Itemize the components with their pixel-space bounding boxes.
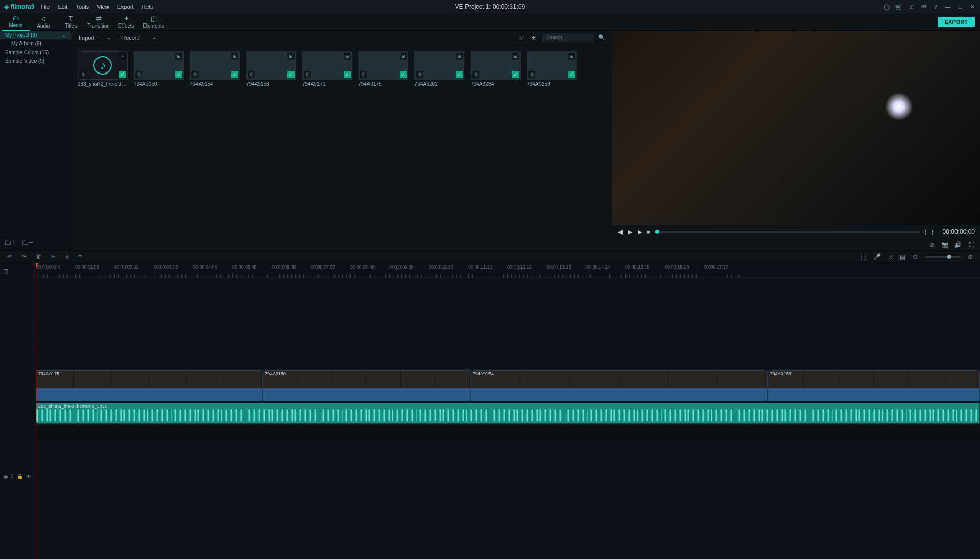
tab-titles[interactable]: TTitles [57,13,85,31]
clip-name: 794A9259 [527,81,577,87]
clip-name: 283_short2_the-old-cine... [78,81,128,87]
zoom-in-icon[interactable]: ⊕ [968,253,973,260]
stop-button[interactable]: ■ [647,229,650,235]
tab-elements[interactable]: ◫Elements [140,13,167,31]
search-input[interactable] [542,33,593,42]
timeline: ◫ ▣3🔓👁 ▣2🔓👁 ▣1🔓👁 ♫1🔓🔊 00:00:00:0000:00:0… [0,263,980,559]
redo-button[interactable]: ↷ [21,253,27,260]
media-clip[interactable]: ⊞⎘✓794A9158 [246,51,296,87]
tab-transition[interactable]: ⇄Transition [85,13,112,31]
tab-media[interactable]: 🗁Media [2,13,30,31]
video-clip[interactable]: 794A9175 [36,370,262,401]
timeline-ruler[interactable]: 00:00:00:0000:00:01:0100:00:02:0200:00:0… [36,263,980,278]
marker-icon[interactable]: ⬚ [861,253,866,260]
video-clip[interactable]: 794A9158 [768,370,980,401]
transition-icon: ⇄ [96,15,102,22]
sidebar-sample-colors[interactable]: Sample Colors (15) [0,48,71,57]
media-panel: Import⌄ Record⌄ ▽ ⊞ 🔍 ♪⎘✓283_short2_the-… [71,31,612,250]
mixer-icon[interactable]: ♬ [888,253,893,260]
preview-scrubber[interactable] [655,231,920,233]
delete-folder-icon[interactable]: 🗀– [21,238,33,246]
grid-view-icon[interactable]: ⊞ [530,34,537,41]
mark-out-icon[interactable]: } [932,229,934,235]
adjust-button[interactable]: ≡ [78,253,82,260]
video-clip[interactable]: 794A9150 [262,370,470,401]
account-icon[interactable]: ◯ [883,3,890,10]
cart-icon[interactable]: 🛒 [895,3,902,10]
media-clip[interactable]: ♪⎘✓283_short2_the-old-cine... [78,51,128,87]
playhead[interactable] [36,263,36,559]
snapshot-icon[interactable]: ⎚ [928,241,935,248]
media-clip[interactable]: ⊞⎘✓794A9154 [190,51,240,87]
fullscreen-icon[interactable]: ⛶ [968,241,975,248]
render-icon[interactable]: ▦ [900,253,905,260]
menu-help[interactable]: Help [142,4,154,10]
track-a1[interactable]: 283_short2_the-old-cinema_0031 [36,402,980,425]
media-clip[interactable]: ⊞⎘✓794A9171 [302,51,352,87]
sidebar-sample-video[interactable]: Sample Video (9) [0,57,71,65]
media-clip[interactable]: ⊞⎘✓794A9175 [358,51,408,87]
minimize-icon[interactable]: — [944,3,951,10]
media-clip[interactable]: ⊞⎘✓794A9150 [134,51,184,87]
preview-panel: ◀| ▶ ▶ ■ { } 00:00:00:00 ⎚ 📷 🔊 ⛶ [612,31,980,250]
menu-edit[interactable]: Edit [58,4,67,10]
chevron-down-icon: ⌄ [62,32,66,38]
mail-icon[interactable]: ✉ [920,3,927,10]
mark-in-icon[interactable]: { [924,229,926,235]
music-icon: ♫ [41,15,46,22]
project-sidebar: My Project (9)⌄ My Album (9) Sample Colo… [0,31,71,250]
delete-button[interactable]: 🗑 [36,253,42,260]
menu-export[interactable]: Export [117,4,134,10]
media-clip[interactable]: ⊞⎘✓794A9259 [527,51,577,87]
chevron-down-icon: ⌄ [152,34,157,41]
sidebar-my-album[interactable]: My Album (9) [0,39,71,48]
zoom-slider[interactable] [925,256,961,258]
close-icon[interactable]: ✕ [969,3,976,10]
titlebar: filmora9 File Edit Tools View Export Hel… [0,0,980,13]
menu-view[interactable]: View [97,4,109,10]
media-clip[interactable]: ⊞⎘✓794A9202 [414,51,464,87]
track-empty-spacer[interactable] [36,278,980,329]
export-button[interactable]: EXPORT [938,17,975,27]
project-title: VE Project 1: 00:00:31:09 [455,3,525,10]
track-manager-icon[interactable]: ◫ [3,268,8,274]
track-v3-header[interactable]: ▣3🔓👁 [0,329,36,559]
help-icon[interactable]: ? [932,3,939,10]
eye-icon[interactable]: 👁 [26,474,31,479]
track-v3[interactable] [36,329,980,349]
timeline-toolbar: ↶ ↷ 🗑 ✂ ⎈ ≡ ⬚ 🎤 ♬ ▦ ⊖ ⊕ [0,250,980,263]
track-v1[interactable]: 794A9175794A9150794A9154794A9158 [36,370,980,402]
menu-file[interactable]: File [41,4,50,10]
effects-icon: ✦ [124,15,129,22]
tab-effects[interactable]: ✦Effects [112,13,140,31]
preview-video[interactable] [612,31,980,225]
sidebar-my-project[interactable]: My Project (9)⌄ [0,31,71,39]
volume-icon[interactable]: 🔊 [954,241,962,248]
zoom-out-icon[interactable]: ⊖ [913,253,918,260]
crop-button[interactable]: ⎈ [65,253,69,260]
filter-icon[interactable]: ▽ [518,34,525,41]
clip-name: 794A9171 [302,81,352,87]
media-clip[interactable]: ⊞⎘✓794A9234 [471,51,521,87]
new-folder-icon[interactable]: 🗀+ [4,238,15,246]
prev-frame-button[interactable]: ◀| [618,229,623,235]
track-v2[interactable] [36,349,980,370]
track-empty-bottom[interactable] [36,425,980,445]
play-button[interactable]: ▶ [638,229,642,235]
camera-icon[interactable]: 📷 [941,241,948,248]
clip-name: 794A9175 [358,81,408,87]
split-button[interactable]: ✂ [51,253,56,260]
menu-tools[interactable]: Tools [76,4,89,10]
play-backward-button[interactable]: ▶ [628,229,632,235]
record-dropdown[interactable]: Record⌄ [121,34,156,41]
mic-icon[interactable]: 🎤 [873,253,881,260]
maximize-icon[interactable]: □ [957,3,964,10]
audio-clip[interactable]: 283_short2_the-old-cinema_0031 [36,403,980,424]
undo-button[interactable]: ↶ [7,253,12,260]
video-clip[interactable]: 794A9154 [470,370,768,401]
search-icon[interactable]: 🔍 [598,34,605,41]
lock-icon[interactable]: 🔓 [17,474,23,479]
notification-icon[interactable]: ⎚ [908,3,915,10]
import-dropdown[interactable]: Import⌄ [79,34,111,41]
tab-audio[interactable]: ♫Audio [30,13,57,31]
